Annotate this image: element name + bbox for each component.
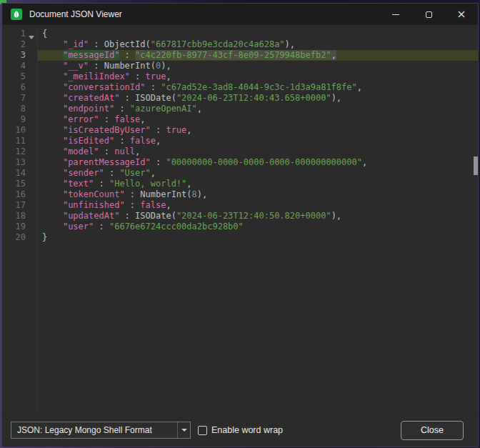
line-number: 16 [2, 189, 37, 200]
line-number: 19 [2, 221, 37, 232]
line-number: 13 [2, 157, 37, 168]
code-line[interactable]: "_id" : ObjectId("667817cbb9e3cda20c4a62… [38, 39, 478, 50]
close-button[interactable]: Close [401, 421, 464, 440]
code-line[interactable]: "endpoint" : "azureOpenAI", [38, 104, 478, 114]
line-number: 3 [2, 50, 37, 61]
code-line[interactable]: "model" : null, [38, 146, 478, 157]
code-line[interactable]: } [38, 232, 478, 243]
minimize-icon [392, 14, 399, 15]
code-line[interactable]: "_meiliIndex" : true, [38, 71, 478, 82]
maximize-button[interactable] [412, 4, 445, 25]
line-number: 10 [2, 125, 37, 136]
gutter: 1234567891011121314151617181920 [2, 29, 38, 413]
close-button-label: Close [421, 425, 444, 435]
code-line[interactable]: "__v" : NumberInt(0), [38, 61, 478, 71]
chevron-down-icon [181, 429, 187, 432]
json-format-select-value: JSON: Legacy Mongo Shell Format [17, 425, 152, 435]
line-number: 12 [2, 146, 37, 157]
close-window-button[interactable]: × [445, 4, 478, 25]
line-number: 6 [2, 82, 37, 93]
footer-bar: JSON: Legacy Mongo Shell Format Enable w… [2, 413, 478, 447]
line-number: 8 [2, 104, 37, 114]
code-line[interactable]: "tokenCount" : NumberInt(8), [38, 189, 478, 200]
code-line[interactable]: "conversationId" : "c67ad52e-3ad8-4044-9… [38, 82, 478, 93]
code-line[interactable]: "updatedAt" : ISODate("2024-06-23T12:40:… [38, 211, 478, 221]
line-number: 2 [2, 39, 37, 50]
code-line[interactable]: "error" : false, [38, 114, 478, 125]
line-number: 15 [2, 179, 37, 189]
titlebar[interactable]: Document JSON Viewer × [2, 4, 478, 25]
word-wrap-label[interactable]: Enable word wrap [211, 425, 283, 435]
window-title: Document JSON Viewer [29, 9, 122, 19]
code-line[interactable]: { [38, 29, 478, 39]
window-controls: × [379, 4, 478, 25]
close-icon: × [456, 9, 466, 20]
line-number: 20 [2, 232, 37, 243]
code-line[interactable]: "parentMessageId" : "00000000-0000-0000-… [38, 157, 478, 168]
select-arrow-zone [177, 422, 190, 438]
code-line[interactable]: "unfinished" : false, [38, 200, 478, 211]
fold-arrow-icon[interactable] [29, 36, 34, 39]
line-number: 7 [2, 93, 37, 104]
code-line[interactable]: "text" : "Hello, world!", [38, 179, 478, 189]
code-line[interactable]: "isEdited" : false, [38, 136, 478, 146]
document-json-viewer-window: Document JSON Viewer × 12345678910111213… [1, 3, 479, 447]
code-area[interactable]: { "_id" : ObjectId("667817cbb9e3cda20c4a… [38, 29, 478, 413]
maximize-icon [426, 11, 432, 18]
minimize-button[interactable] [379, 4, 412, 25]
line-number: 4 [2, 61, 37, 71]
word-wrap-checkbox[interactable] [198, 426, 207, 435]
json-format-select[interactable]: JSON: Legacy Mongo Shell Format [11, 422, 191, 439]
line-number: 5 [2, 71, 37, 82]
code-line[interactable]: "createdAt" : ISODate("2024-06-23T12:40:… [38, 93, 478, 104]
code-line[interactable]: "messageId" : "c4c220fb-8977-43cf-8e09-2… [38, 50, 478, 61]
line-number: 14 [2, 168, 37, 179]
line-number: 18 [2, 211, 37, 221]
scrollbar-thumb[interactable] [474, 156, 478, 175]
word-wrap-group: Enable word wrap [198, 425, 283, 435]
code-line[interactable]: "isCreatedByUser" : true, [38, 125, 478, 136]
code-line[interactable]: "sender" : "User", [38, 168, 478, 179]
app-leaf-icon [11, 9, 22, 20]
line-number: 11 [2, 136, 37, 146]
line-number: 9 [2, 114, 37, 125]
line-number: 17 [2, 200, 37, 211]
json-editor[interactable]: 1234567891011121314151617181920 { "_id" … [2, 25, 478, 413]
code-line[interactable]: "user" : "6676e6724ccc00da2bc928b0" [38, 221, 478, 232]
